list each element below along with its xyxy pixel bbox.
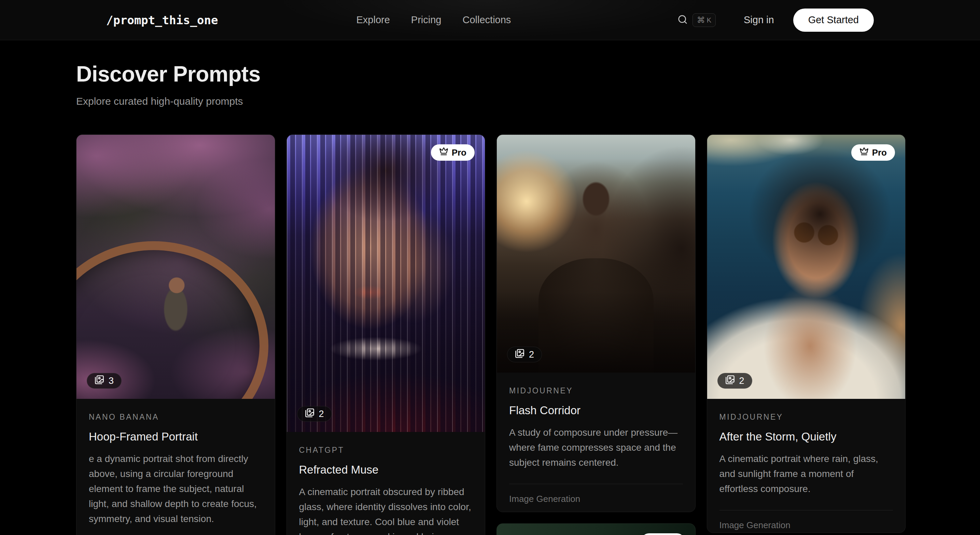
prompt-description: e a dynamic portrait shot from directly … — [89, 451, 262, 527]
header-actions: ⌘ K Sign in Get Started — [678, 8, 874, 32]
page-title: Discover Prompts — [76, 62, 905, 87]
card-body: MIDJOURNEY After the Storm, Quietly A ci… — [707, 399, 905, 533]
image-count-badge: 2 — [507, 347, 542, 362]
grid-column-1: 3 NANO BANANA Hoop-Framed Portrait e a d… — [76, 135, 275, 535]
grid-column-4: Pro 2 MIDJOURNEY After the Storm, Quietl… — [707, 135, 906, 533]
model-label: NANO BANANA — [89, 413, 262, 422]
search-icon — [678, 14, 688, 26]
shortcut-key: K — [707, 17, 711, 24]
card-body: NANO BANANA Hoop-Framed Portrait e a dyn… — [76, 399, 275, 535]
prompt-description: A study of composure under pressure—wher… — [509, 425, 683, 470]
model-label: MIDJOURNEY — [509, 386, 683, 395]
header: /prompt_this_one Explore Pricing Collect… — [0, 0, 980, 40]
refracted-muse-image — [287, 135, 485, 432]
pro-badge: Pro — [641, 533, 685, 535]
card-image: Pro 2 — [287, 135, 485, 432]
main-nav: Explore Pricing Collections — [356, 14, 511, 25]
image-count-badge: 2 — [297, 406, 332, 422]
flash-corridor-image — [497, 135, 695, 373]
images-icon — [95, 375, 104, 387]
category-label: Image Generation — [509, 484, 683, 512]
nav-item-collections[interactable]: Collections — [463, 14, 511, 25]
image-count: 3 — [108, 376, 114, 386]
prompt-card-after-the-storm[interactable]: Pro 2 MIDJOURNEY After the Storm, Quietl… — [707, 135, 906, 533]
card-footer: Image Generation — [509, 470, 683, 512]
grid-column-3: 2 MIDJOURNEY Flash Corridor A study of c… — [496, 135, 695, 535]
model-label: MIDJOURNEY — [719, 413, 893, 422]
nav-item-pricing[interactable]: Pricing — [411, 14, 442, 25]
image-count-badge: 2 — [718, 373, 752, 389]
grid-column-2: Pro 2 CHATGPT Refracted Muse A cinematic… — [286, 135, 485, 535]
nav-item-explore[interactable]: Explore — [356, 14, 390, 25]
prompt-card-partial[interactable]: Pro — [496, 523, 695, 535]
header-inner: /prompt_this_one Explore Pricing Collect… — [106, 8, 874, 32]
card-image: 3 — [76, 135, 275, 399]
keyboard-shortcut-chip[interactable]: ⌘ K — [692, 13, 716, 27]
images-icon — [305, 408, 315, 420]
model-label: CHATGPT — [299, 446, 473, 455]
crown-icon — [439, 147, 448, 158]
pro-label: Pro — [452, 148, 466, 158]
images-icon — [725, 375, 735, 387]
card-image: Pro 2 — [707, 135, 905, 399]
pro-badge: Pro — [851, 144, 895, 161]
prompt-title: Hoop-Framed Portrait — [89, 430, 262, 443]
page-subtitle: Explore curated high-quality prompts — [76, 95, 905, 107]
prompt-card-refracted-muse[interactable]: Pro 2 CHATGPT Refracted Muse A cinematic… — [286, 135, 485, 535]
card-footer: Image Generation — [719, 497, 893, 533]
card-body: MIDJOURNEY Flash Corridor A study of com… — [497, 373, 695, 512]
card-image: 2 — [497, 135, 695, 373]
brand-logo[interactable]: /prompt_this_one — [106, 13, 218, 27]
prompt-title: Refracted Muse — [299, 464, 473, 476]
card-body: CHATGPT Refracted Muse A cinematic portr… — [287, 432, 485, 535]
image-count-badge: 3 — [87, 373, 122, 389]
card-footer — [89, 527, 262, 535]
image-count: 2 — [529, 349, 534, 360]
prompt-card-flash-corridor[interactable]: 2 MIDJOURNEY Flash Corridor A study of c… — [496, 135, 695, 512]
prompt-title: After the Storm, Quietly — [719, 430, 893, 443]
pro-badge: Pro — [431, 144, 475, 161]
pro-label: Pro — [872, 148, 887, 158]
prompt-description: A cinematic portrait where rain, glass, … — [719, 451, 893, 497]
get-started-button[interactable]: Get Started — [793, 8, 874, 32]
image-count: 2 — [319, 409, 324, 419]
main-content: Discover Prompts Explore curated high-qu… — [0, 62, 980, 535]
prompt-description: A cinematic portrait obscured by ribbed … — [299, 484, 473, 535]
category-label: Image Generation — [719, 510, 893, 533]
search-button[interactable] — [678, 14, 688, 26]
prompt-card-hoop-framed-portrait[interactable]: 3 NANO BANANA Hoop-Framed Portrait e a d… — [76, 135, 275, 535]
sign-in-link[interactable]: Sign in — [744, 14, 774, 25]
after-the-storm-image — [707, 135, 905, 399]
images-icon — [515, 349, 525, 360]
prompt-title: Flash Corridor — [509, 404, 683, 417]
hoop-portrait-image — [76, 135, 275, 399]
crown-icon — [859, 147, 869, 158]
image-count: 2 — [739, 376, 745, 386]
command-icon: ⌘ — [697, 16, 705, 24]
prompt-grid: 3 NANO BANANA Hoop-Framed Portrait e a d… — [76, 135, 905, 535]
